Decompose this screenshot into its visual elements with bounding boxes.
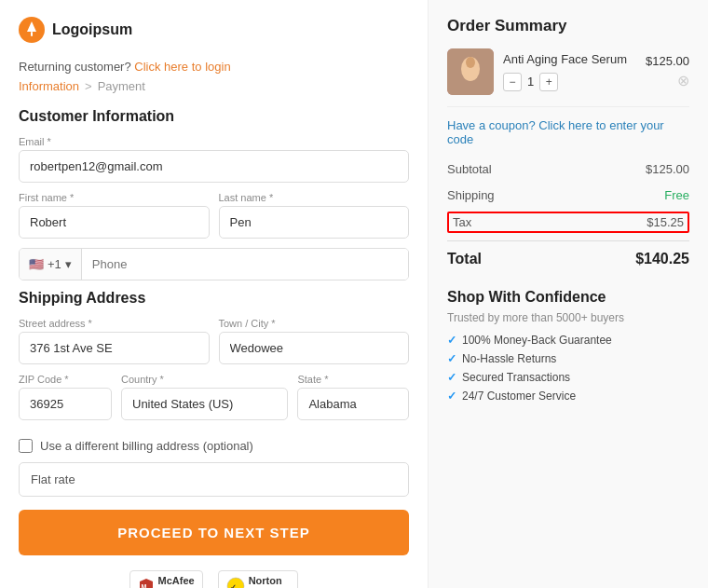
last-name-field[interactable]	[219, 206, 410, 239]
confidence-list: 100% Money-Back Guarantee No-Hassle Retu…	[447, 334, 689, 403]
mcafee-badge: M McAfeeSECURE	[129, 570, 203, 588]
confidence-title: Shop With Confidence	[447, 289, 689, 306]
city-field[interactable]	[219, 332, 410, 364]
email-field[interactable]	[19, 150, 409, 183]
remove-product-button[interactable]: ⊗	[677, 72, 689, 89]
product-price: $125.00	[646, 54, 689, 68]
first-name-field[interactable]	[19, 206, 210, 239]
billing-label[interactable]: Use a different billing address (optiona…	[40, 439, 253, 453]
phone-country-selector[interactable]: 🇺🇸 +1 ▾	[20, 249, 82, 280]
coupon-link[interactable]: Have a coupon? Click here to enter your …	[447, 118, 689, 146]
confidence-item-3: Secured Transactions	[447, 371, 689, 384]
confidence-item-1: 100% Money-Back Guarantee	[447, 334, 689, 347]
first-name-group: First name *	[19, 192, 210, 239]
dropdown-chevron: ▾	[65, 257, 72, 271]
subtotal-label: Subtotal	[447, 162, 492, 176]
total-row: Total $140.25	[447, 240, 689, 270]
product-name: Anti Aging Face Serum	[503, 52, 636, 68]
order-summary-title: Order Summary	[447, 17, 689, 35]
street-group: Street address *	[19, 318, 210, 364]
subtotal-value: $125.00	[646, 162, 689, 176]
billing-checkbox-row: Use a different billing address (optiona…	[19, 439, 409, 453]
shipping-row: Shipping Free	[447, 185, 689, 205]
country-label: Country *	[121, 374, 288, 385]
confidence-item-2: No-Hassle Returns	[447, 352, 689, 365]
customer-info-title: Customer Information	[19, 108, 409, 125]
shipping-label: Shipping	[447, 188, 495, 202]
product-info: Anti Aging Face Serum − 1 +	[503, 52, 636, 91]
svg-text:✓: ✓	[230, 583, 237, 588]
street-field[interactable]	[19, 332, 210, 364]
tax-row: Tax $15.25	[447, 212, 689, 233]
zip-country-state-row: ZIP Code * Country * United States (US) …	[19, 374, 409, 430]
first-name-label: First name *	[19, 192, 210, 203]
product-price-area: $125.00 ⊗	[646, 54, 689, 89]
country-group: Country * United States (US)	[121, 374, 288, 420]
mcafee-label: McAfeeSECURE	[158, 575, 195, 588]
product-thumbnail	[447, 48, 494, 95]
qty-value: 1	[527, 75, 534, 89]
state-group: State * Alabama	[297, 374, 409, 420]
zip-field[interactable]	[19, 388, 112, 420]
breadcrumb-information: Information	[19, 79, 79, 93]
email-label: Email *	[19, 136, 409, 147]
name-row: First name * Last name *	[19, 192, 409, 248]
svg-point-8	[466, 57, 475, 68]
qty-increase-button[interactable]: +	[539, 73, 558, 91]
confidence-item-4: 24/7 Customer Service	[447, 390, 689, 403]
mcafee-icon: M	[138, 578, 155, 588]
breadcrumb: Information > Payment	[19, 79, 409, 93]
phone-group: 🇺🇸 +1 ▾	[19, 248, 409, 280]
street-label: Street address *	[19, 318, 210, 329]
shipping-value: Free	[664, 188, 689, 202]
street-city-row: Street address * Town / City *	[19, 318, 409, 374]
norton-label: NortonSECURED	[249, 575, 291, 588]
returning-customer-text: Returning customer? Click here to login	[19, 60, 409, 74]
shipping-title: Shipping Address	[19, 290, 409, 307]
trust-badges-row: M McAfeeSECURE ✓ NortonSECURED	[19, 570, 409, 588]
billing-checkbox[interactable]	[19, 439, 33, 453]
svg-rect-2	[31, 32, 33, 36]
logo-area: Logoipsum	[19, 17, 409, 43]
last-name-label: Last name *	[219, 192, 410, 203]
city-group: Town / City *	[219, 318, 410, 364]
email-group: Email *	[19, 136, 409, 183]
state-label: State *	[297, 374, 409, 385]
zip-label: ZIP Code *	[19, 374, 112, 385]
last-name-group: Last name *	[219, 192, 410, 239]
phone-code: +1	[48, 257, 61, 271]
tax-label: Tax	[453, 215, 471, 229]
confidence-subtitle: Trusted by more than 5000+ buyers	[447, 311, 689, 324]
norton-badge: ✓ NortonSECURED	[218, 570, 299, 588]
logo-text: Logoipsum	[52, 21, 132, 38]
breadcrumb-sep: >	[85, 79, 92, 93]
norton-icon: ✓	[226, 577, 245, 588]
proceed-button[interactable]: PROCEED TO NEXT STEP	[19, 510, 409, 555]
total-label: Total	[447, 251, 482, 267]
city-label: Town / City *	[219, 318, 410, 329]
product-row: Anti Aging Face Serum − 1 + $125.00 ⊗	[447, 48, 689, 107]
phone-field[interactable]	[82, 249, 408, 280]
total-value: $140.25	[635, 251, 689, 267]
flat-rate-box: Flat rate	[19, 462, 409, 497]
logo-icon	[19, 17, 45, 43]
qty-decrease-button[interactable]: −	[503, 73, 522, 91]
state-select[interactable]: Alabama	[297, 388, 409, 420]
zip-group: ZIP Code *	[19, 374, 112, 420]
country-select[interactable]: United States (US)	[121, 388, 288, 420]
svg-text:M: M	[141, 583, 146, 588]
breadcrumb-payment: Payment	[98, 79, 145, 93]
tax-value: $15.25	[647, 215, 684, 229]
product-image	[447, 48, 494, 95]
product-qty-controls: − 1 +	[503, 73, 636, 91]
subtotal-row: Subtotal $125.00	[447, 159, 689, 179]
flag-emoji: 🇺🇸	[29, 257, 44, 271]
phone-input-group: 🇺🇸 +1 ▾	[19, 248, 409, 280]
login-link[interactable]: Click here to login	[134, 60, 230, 74]
